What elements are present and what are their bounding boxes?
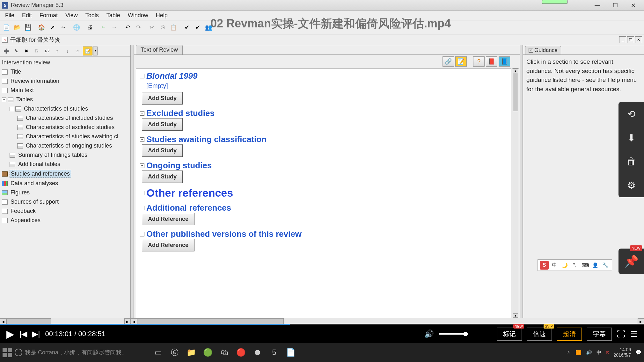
chrome-icon[interactable]: 🟢 bbox=[201, 345, 215, 359]
scroll-thumb[interactable] bbox=[513, 73, 518, 111]
delete-node-icon[interactable]: ✖ bbox=[22, 47, 31, 55]
volume-icon[interactable]: 🔊 bbox=[424, 329, 434, 338]
ime-toolbar[interactable]: S 中 🌙 °, ⌨ 👤 🔧 bbox=[538, 259, 612, 271]
tree-node-data-analyses[interactable]: Data and analyses bbox=[2, 179, 128, 188]
close-button[interactable]: ✕ bbox=[624, 1, 642, 10]
cut-icon[interactable]: ✂ bbox=[147, 22, 157, 33]
close-tab-icon[interactable]: ✕ bbox=[529, 48, 533, 53]
menu-format[interactable]: Format bbox=[36, 11, 62, 20]
menu-file[interactable]: File bbox=[1, 11, 18, 20]
level-icon[interactable]: 1•2 bbox=[42, 47, 52, 55]
tree-node-additional-tables[interactable]: Additional tables bbox=[2, 160, 128, 169]
spellcheck-icon[interactable]: ✔ bbox=[182, 22, 192, 33]
add-study-button[interactable]: Add Study bbox=[142, 170, 183, 183]
save-icon[interactable]: 💾 bbox=[23, 22, 33, 33]
copy-node-icon[interactable]: ⎘ bbox=[32, 47, 41, 55]
mark-button[interactable]: NEW标记 bbox=[497, 328, 522, 341]
add-study-button[interactable]: Add Study bbox=[142, 92, 183, 105]
record-icon[interactable]: ⏺ bbox=[251, 345, 265, 359]
add-reference-button[interactable]: Add Reference bbox=[142, 213, 194, 225]
notes-icon[interactable]: 📝 bbox=[83, 47, 92, 55]
taskview-icon[interactable]: ▭ bbox=[151, 345, 165, 359]
forward-icon[interactable]: → bbox=[109, 22, 119, 33]
edge-icon[interactable]: ⓔ bbox=[168, 345, 182, 359]
volume-slider[interactable] bbox=[439, 333, 468, 335]
new-icon[interactable]: 📄 bbox=[1, 22, 11, 33]
tree-node-sources[interactable]: Sources of support bbox=[2, 197, 128, 206]
store-icon[interactable]: 🛍 bbox=[217, 345, 231, 359]
open-icon[interactable]: 📂 bbox=[12, 22, 22, 33]
add-study-button[interactable]: Add Study bbox=[142, 118, 183, 131]
collapse-icon[interactable]: − bbox=[140, 191, 144, 195]
section-title[interactable]: Excluded studies bbox=[146, 108, 215, 118]
checkin-icon[interactable]: ↗ bbox=[47, 22, 57, 33]
section-title[interactable]: Additional references bbox=[146, 203, 231, 213]
ime-mode[interactable]: 中 bbox=[550, 261, 559, 270]
menu-view[interactable]: View bbox=[62, 11, 82, 20]
splitter-left[interactable] bbox=[131, 45, 134, 318]
prev-button[interactable]: |◀ bbox=[19, 329, 27, 338]
editor-content[interactable]: −Blondal 1999 [Empty] Add Study −Exclude… bbox=[136, 68, 511, 318]
section-title[interactable]: Other published versions of this review bbox=[146, 229, 302, 239]
menu-edit[interactable]: Edit bbox=[18, 11, 36, 20]
settings-icon[interactable]: ⚙ bbox=[627, 180, 636, 191]
add-reference-button[interactable]: Add Reference bbox=[142, 239, 194, 251]
pin-widget[interactable]: NEW 📌 bbox=[618, 249, 644, 274]
wifi-icon[interactable]: 📶 bbox=[575, 350, 582, 355]
delete-icon[interactable]: 🗑 bbox=[626, 156, 636, 167]
cortana-search[interactable]: 我是 Cortana，小娜，有问题尽管问我。 bbox=[15, 349, 149, 356]
collapse-icon[interactable]: − bbox=[140, 163, 144, 168]
doc-minimize-button[interactable]: _ bbox=[619, 36, 626, 43]
undo-icon[interactable]: ↶ bbox=[122, 22, 133, 33]
move-up-icon[interactable]: ↑ bbox=[52, 47, 62, 55]
menu-help[interactable]: Help bbox=[152, 11, 172, 20]
globe-icon[interactable]: 🌐 bbox=[71, 22, 82, 33]
list-icon[interactable]: ☰ bbox=[630, 329, 638, 339]
copy-icon[interactable]: ⎘ bbox=[157, 22, 168, 33]
person-icon[interactable]: 👤 bbox=[591, 261, 600, 270]
doc-close-button[interactable]: ✕ bbox=[635, 36, 642, 43]
version-icon[interactable]: ↔ bbox=[58, 22, 68, 33]
speed-button[interactable]: SVIP倍速 bbox=[527, 328, 552, 341]
minimize-button[interactable]: — bbox=[589, 1, 606, 10]
menu-table[interactable]: Table bbox=[103, 11, 124, 20]
clock[interactable]: 14:06 2016/5/7 bbox=[614, 347, 631, 358]
app2-icon[interactable]: 📄 bbox=[284, 345, 298, 359]
tree-node-figures[interactable]: Figures bbox=[2, 188, 128, 197]
splitter-right[interactable] bbox=[520, 45, 523, 318]
section-title[interactable]: Blondal 1999 bbox=[146, 71, 197, 81]
scroll-up-icon[interactable]: ▲ bbox=[513, 69, 518, 73]
edit-node-icon[interactable]: ✎ bbox=[11, 47, 21, 55]
tree-node-char-included[interactable]: Characteristics of included studies bbox=[2, 113, 128, 123]
fullscreen-icon[interactable]: ⛶ bbox=[617, 329, 625, 339]
keyboard-icon[interactable]: ⌨ bbox=[581, 261, 589, 270]
hd-button[interactable]: 超清 bbox=[557, 328, 582, 341]
share-icon[interactable]: ⟲ bbox=[627, 108, 635, 119]
notes2-icon[interactable]: 📝 bbox=[455, 56, 467, 67]
move-down-icon[interactable]: ↓ bbox=[62, 47, 72, 55]
download-icon[interactable]: ⬇ bbox=[627, 132, 635, 143]
collapse-icon[interactable]: − bbox=[140, 232, 144, 236]
play-button[interactable]: ▶ bbox=[6, 328, 14, 340]
next-button[interactable]: ▶| bbox=[32, 329, 40, 338]
collapse-icon[interactable]: − bbox=[140, 137, 144, 142]
section-title[interactable]: Studies awaiting classification bbox=[146, 134, 267, 144]
vertical-scrollbar[interactable]: ▲ ▼ bbox=[512, 68, 519, 318]
checkout-icon[interactable]: 🏠 bbox=[36, 22, 47, 33]
tree-node-main-text[interactable]: Main text bbox=[2, 86, 128, 95]
tree-node-char-awaiting[interactable]: Characteristics of studies awaiting cl bbox=[2, 132, 128, 141]
start-button[interactable] bbox=[3, 348, 12, 357]
paste-icon[interactable]: 📋 bbox=[168, 22, 179, 33]
spellcheck2-icon[interactable]: ✔ bbox=[193, 22, 203, 33]
tab-guidance[interactable]: ✕ Guidance bbox=[525, 46, 561, 54]
section-title[interactable]: Other references bbox=[146, 187, 233, 199]
app1-icon[interactable]: 🔴 bbox=[234, 345, 248, 359]
book-icon[interactable]: 📕 bbox=[486, 56, 497, 67]
tree-node-feedback[interactable]: Feedback bbox=[2, 206, 128, 216]
dropdown-icon[interactable]: ▼ bbox=[93, 47, 98, 55]
sound-icon[interactable]: 🔊 bbox=[586, 350, 592, 355]
section-title[interactable]: Ongoing studies bbox=[146, 161, 212, 170]
tab-text-of-review[interactable]: Text of Review bbox=[136, 45, 183, 54]
tree-node-appendices[interactable]: Appendices bbox=[2, 216, 128, 225]
wrench-icon[interactable]: 🔧 bbox=[601, 261, 610, 270]
